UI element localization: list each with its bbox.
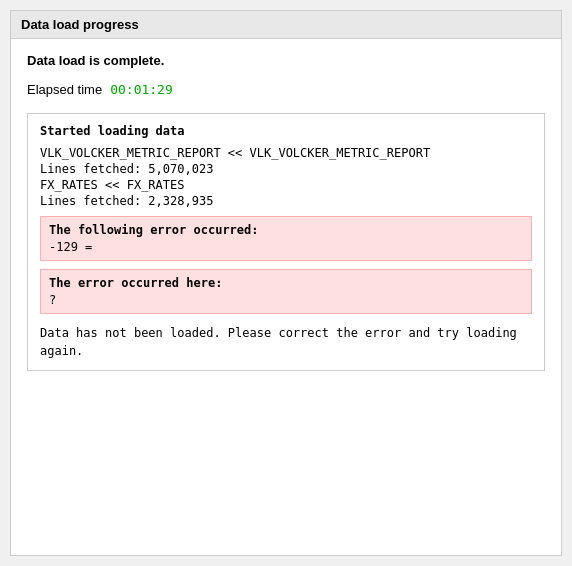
final-message: Data has not been loaded. Please correct… xyxy=(40,324,532,360)
elapsed-row: Elapsed time 00:01:29 xyxy=(27,82,545,97)
log-line-0: VLK_VOLCKER_METRIC_REPORT << VLK_VOLCKER… xyxy=(40,146,532,160)
log-box: Started loading data VLK_VOLCKER_METRIC_… xyxy=(27,113,545,371)
final-message-line1: Data has not been loaded. Please correct… xyxy=(40,326,517,340)
error-block-2: The error occurred here: ? xyxy=(40,269,532,314)
error-block-1-header: The following error occurred: xyxy=(49,223,523,237)
error-block-2-value: ? xyxy=(49,293,523,307)
elapsed-label: Elapsed time xyxy=(27,82,102,97)
log-line-1: Lines fetched: 5,070,023 xyxy=(40,162,532,176)
final-message-line2: again. xyxy=(40,344,83,358)
log-line-2: FX_RATES << FX_RATES xyxy=(40,178,532,192)
main-panel: Data load progress Data load is complete… xyxy=(10,10,562,556)
status-complete-message: Data load is complete. xyxy=(27,53,545,68)
log-started-header: Started loading data xyxy=(40,124,532,138)
error-block-1-value: -129 = xyxy=(49,240,523,254)
panel-title: Data load progress xyxy=(21,17,139,32)
elapsed-value: 00:01:29 xyxy=(110,82,173,97)
log-line-3: Lines fetched: 2,328,935 xyxy=(40,194,532,208)
panel-header: Data load progress xyxy=(11,11,561,39)
error-block-2-header: The error occurred here: xyxy=(49,276,523,290)
error-block-1: The following error occurred: -129 = xyxy=(40,216,532,261)
panel-body: Data load is complete. Elapsed time 00:0… xyxy=(11,39,561,385)
